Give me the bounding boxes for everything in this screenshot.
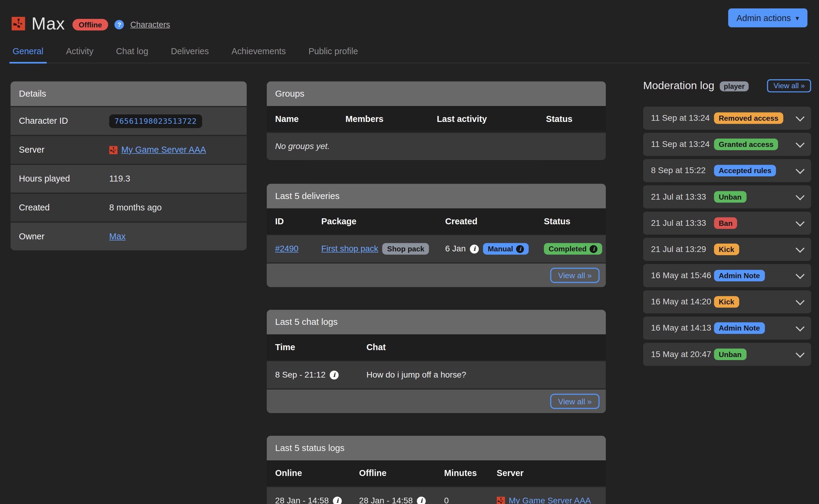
chevron-down-icon[interactable] bbox=[796, 191, 805, 200]
chat-logs-panel: Last 5 chat logs Time Chat 8 Sep - 21:12… bbox=[267, 310, 606, 413]
chevron-down-icon[interactable] bbox=[796, 270, 805, 279]
chat-logs-panel-title: Last 5 chat logs bbox=[267, 310, 606, 334]
admin-actions-button[interactable]: Admin actions ▾ bbox=[728, 8, 808, 27]
offline-time: 28 Jan - 14:58 bbox=[359, 496, 413, 504]
moderation-action-badge: Admin Note bbox=[714, 270, 765, 281]
chevron-down-icon[interactable] bbox=[796, 165, 805, 174]
detail-label: Character ID bbox=[19, 116, 109, 126]
detail-row-hours-played: Hours played 119.3 bbox=[11, 164, 247, 193]
chevron-down-icon[interactable] bbox=[796, 349, 805, 358]
column-header: Members bbox=[345, 114, 437, 124]
details-column: Details Character ID 76561198023513722 S… bbox=[11, 81, 247, 250]
tab-deliveries[interactable]: Deliveries bbox=[168, 42, 212, 63]
detail-row-created: Created 8 months ago bbox=[11, 193, 247, 222]
help-icon[interactable]: ? bbox=[114, 20, 124, 29]
tab-general[interactable]: General bbox=[9, 42, 46, 63]
moderation-entry-date: 21 Jul at 13:33 bbox=[651, 218, 714, 228]
detail-label: Server bbox=[19, 145, 109, 155]
moderation-view-all-button[interactable]: View all » bbox=[767, 79, 811, 92]
tab-achievements[interactable]: Achievements bbox=[228, 42, 289, 63]
deliveries-footer: View all » bbox=[267, 263, 606, 287]
status-logs-table-header: Online Offline Minutes Server bbox=[267, 460, 606, 486]
detail-label: Created bbox=[19, 203, 109, 213]
column-header: ID bbox=[275, 216, 321, 226]
info-icon[interactable]: i bbox=[516, 245, 524, 253]
online-time: 28 Jan - 14:58 bbox=[275, 496, 329, 504]
detail-label: Hours played bbox=[19, 174, 109, 184]
chevron-down-icon[interactable] bbox=[796, 112, 805, 121]
moderation-action-badge: Admin Note bbox=[714, 322, 765, 334]
chevron-down-icon[interactable] bbox=[796, 322, 805, 331]
tab-activity[interactable]: Activity bbox=[63, 42, 97, 63]
column-header: Chat bbox=[366, 342, 597, 352]
status-logs-panel-title: Last 5 status logs bbox=[267, 436, 606, 460]
info-icon[interactable]: i bbox=[333, 496, 342, 504]
groups-empty-row: No groups yet. bbox=[267, 132, 606, 160]
column-header: Online bbox=[275, 468, 359, 478]
status-log-row: 28 Jan - 14:58 i 28 Jan - 14:58 i 0 My G… bbox=[267, 486, 606, 504]
tab-bar: General Activity Chat log Deliveries Ach… bbox=[9, 42, 810, 63]
rust-game-icon bbox=[109, 146, 118, 154]
column-header: Server bbox=[497, 468, 597, 478]
server-link[interactable]: My Game Server AAA bbox=[509, 496, 591, 504]
moderation-log-entry[interactable]: 21 Jul at 13:33 Ban bbox=[643, 212, 811, 235]
details-panel-title: Details bbox=[11, 81, 247, 106]
player-profile-page: Max Offline ? Characters Admin actions ▾… bbox=[0, 0, 819, 504]
tab-public-profile[interactable]: Public profile bbox=[305, 42, 361, 63]
chat-logs-view-all-button[interactable]: View all » bbox=[550, 394, 599, 409]
moderation-entry-date: 16 May at 15:46 bbox=[651, 271, 714, 280]
moderation-log-entry[interactable]: 16 May at 14:13 Admin Note bbox=[643, 316, 811, 340]
moderation-log-title: Moderation log bbox=[643, 79, 714, 92]
details-panel: Details Character ID 76561198023513722 S… bbox=[11, 81, 247, 250]
info-icon[interactable]: i bbox=[417, 496, 426, 504]
chevron-down-icon[interactable] bbox=[796, 138, 805, 148]
chat-time: 8 Sep - 21:12 bbox=[275, 370, 326, 379]
moderation-log-entry[interactable]: 16 May at 14:20 Kick bbox=[643, 290, 811, 313]
detail-row-character-id: Character ID 76561198023513722 bbox=[11, 106, 247, 135]
main-column: Groups Name Members Last activity Status… bbox=[267, 81, 606, 504]
rust-game-icon bbox=[497, 496, 505, 504]
moderation-log-entry[interactable]: 8 Sep at 15:22 Accepted rules bbox=[643, 159, 811, 182]
info-icon[interactable]: i bbox=[330, 370, 339, 379]
moderation-entry-date: 8 Sep at 15:22 bbox=[651, 166, 714, 175]
badge-label: Manual bbox=[488, 245, 513, 253]
info-icon[interactable]: i bbox=[470, 244, 479, 254]
chat-log-row: 8 Sep - 21:12 i How do i jump off a hors… bbox=[267, 360, 606, 388]
delivery-id-link[interactable]: #2490 bbox=[275, 244, 299, 253]
column-header: Last activity bbox=[437, 114, 546, 124]
moderation-log-entry[interactable]: 11 Sep at 13:24 Granted access bbox=[643, 133, 811, 156]
chevron-down-icon[interactable] bbox=[796, 217, 805, 226]
moderation-action-badge: Unban bbox=[714, 349, 746, 360]
server-link[interactable]: My Game Server AAA bbox=[121, 145, 206, 155]
characters-link[interactable]: Characters bbox=[130, 20, 170, 29]
hours-played-value: 119.3 bbox=[109, 174, 130, 184]
column-header: Name bbox=[275, 114, 346, 124]
column-header: Package bbox=[321, 216, 445, 226]
moderation-action-badge: Kick bbox=[714, 296, 739, 307]
column-header: Status bbox=[544, 216, 597, 226]
moderation-entry-date: 16 May at 14:13 bbox=[651, 323, 714, 333]
column-header: Offline bbox=[359, 468, 444, 478]
delivery-manual-badge: Manual i bbox=[483, 243, 529, 254]
character-id-value: 76561198023513722 bbox=[109, 114, 202, 128]
package-link[interactable]: First shop pack bbox=[321, 244, 378, 254]
chat-message: How do i jump off a horse? bbox=[366, 370, 597, 379]
moderation-action-badge: Ban bbox=[714, 217, 737, 229]
delivery-status-badge: Completed i bbox=[544, 243, 602, 254]
moderation-action-badge: Accepted rules bbox=[714, 165, 776, 176]
moderation-log-entry[interactable]: 15 May at 20:47 Unban bbox=[643, 343, 811, 366]
moderation-log-entry[interactable]: 16 May at 15:46 Admin Note bbox=[643, 264, 811, 287]
chevron-down-icon[interactable] bbox=[796, 244, 805, 253]
moderation-action-badge: Unban bbox=[714, 191, 746, 203]
moderation-log-entry[interactable]: 21 Jul at 13:33 Unban bbox=[643, 185, 811, 208]
moderation-entry-date: 15 May at 20:47 bbox=[651, 350, 714, 359]
moderation-log-header: Moderation log player View all » bbox=[643, 77, 811, 95]
chevron-down-icon[interactable] bbox=[796, 296, 805, 305]
info-icon[interactable]: i bbox=[590, 245, 598, 253]
owner-link[interactable]: Max bbox=[109, 232, 126, 241]
deliveries-view-all-button[interactable]: View all » bbox=[550, 268, 599, 283]
moderation-log-entry[interactable]: 11 Sep at 13:24 Removed access bbox=[643, 107, 811, 130]
deliveries-panel-title: Last 5 deliveries bbox=[267, 184, 606, 208]
tab-chat-log[interactable]: Chat log bbox=[113, 42, 151, 63]
moderation-log-entry[interactable]: 21 Jul at 13:29 Kick bbox=[643, 238, 811, 261]
